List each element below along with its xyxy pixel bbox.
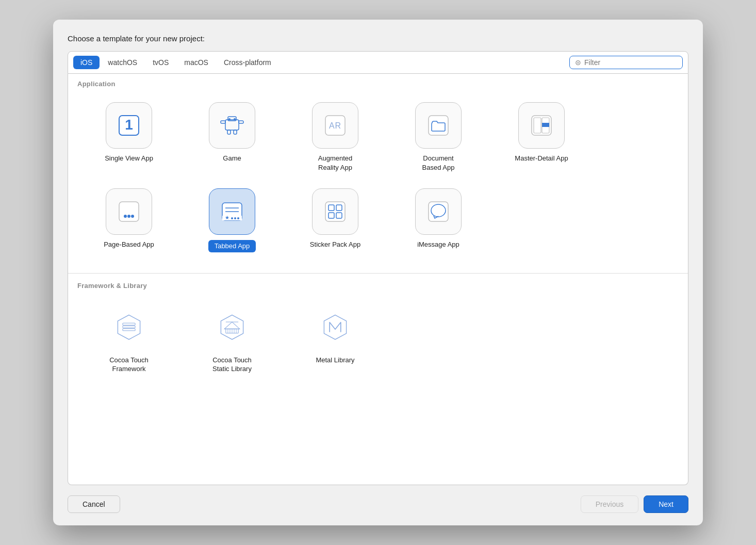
svg-point-27 (231, 217, 233, 219)
template-cocoa-touch-static-library[interactable]: Cocoa TouchStatic Library (180, 298, 284, 380)
nav-buttons: Previous Next (581, 495, 688, 513)
svg-rect-8 (221, 121, 225, 123)
framework-grid: Cocoa TouchFramework (68, 294, 688, 392)
svg-text:★: ★ (225, 215, 229, 220)
game-label: Game (223, 154, 241, 163)
document-app-label: DocumentBased App (422, 154, 455, 172)
svg-rect-9 (239, 121, 243, 123)
tabbed-app-icon: ★ (209, 188, 255, 235)
svg-rect-17 (119, 202, 139, 221)
cocoa-touch-framework-icon (106, 304, 152, 350)
svg-point-18 (124, 215, 127, 218)
single-view-app-icon: 1 (106, 102, 152, 149)
cocoa-touch-static-library-label: Cocoa TouchStatic Library (212, 356, 252, 374)
svg-point-29 (237, 217, 239, 219)
filter-input[interactable] (584, 58, 677, 67)
page-based-app-icon (106, 188, 152, 235)
template-page-based-app[interactable]: Page-Based App (77, 182, 180, 259)
svg-point-5 (234, 118, 236, 120)
master-detail-app-icon (518, 102, 565, 149)
tab-watchos[interactable]: watchOS (101, 56, 144, 69)
templates-content: Application 1 Single View App (68, 74, 688, 485)
filter-icon: ⊜ (575, 58, 581, 67)
ar-app-icon: AR (312, 102, 358, 149)
svg-point-28 (234, 217, 236, 219)
template-document-app[interactable]: DocumentBased App (387, 96, 490, 178)
single-view-app-label: Single View App (105, 154, 153, 163)
section-divider (68, 273, 688, 274)
tab-macos[interactable]: macOS (177, 56, 216, 69)
svg-rect-2 (225, 120, 239, 130)
svg-marker-50 (324, 315, 346, 339)
svg-rect-6 (227, 130, 231, 134)
ar-app-label: AugmentedReality App (318, 154, 353, 172)
page-based-app-label: Page-Based App (104, 240, 154, 249)
template-sticker-pack-app[interactable]: Sticker Pack App (284, 182, 387, 259)
svg-marker-41 (221, 315, 243, 339)
imessage-app-icon (415, 188, 462, 235)
tab-ios[interactable]: iOS (73, 56, 100, 69)
template-tabbed-app[interactable]: ★ Tabbed App (180, 182, 284, 259)
metal-library-icon (312, 304, 358, 350)
master-detail-app-label: Master-Detail App (515, 154, 568, 163)
template-ar-app[interactable]: AR AugmentedReality App (284, 96, 387, 178)
cancel-button[interactable]: Cancel (68, 495, 120, 513)
sticker-pack-app-label: Sticker Pack App (310, 240, 360, 249)
dialog-footer: Cancel Previous Next (68, 495, 688, 513)
section-header-application: Application (68, 74, 688, 92)
application-grid: 1 Single View App (68, 92, 688, 271)
svg-marker-48 (224, 322, 240, 329)
cocoa-touch-framework-label: Cocoa TouchFramework (109, 356, 149, 374)
section-header-framework: Framework & Library (68, 276, 688, 294)
dialog-title: Choose a template for your new project: (68, 34, 688, 43)
filter-container: ⊜ (569, 56, 683, 69)
svg-rect-30 (325, 202, 345, 221)
platform-tabs: iOS watchOS tvOS macOS Cross-platform (73, 56, 278, 69)
template-single-view-app[interactable]: 1 Single View App (77, 96, 180, 178)
tabs-bar: iOS watchOS tvOS macOS Cross-platform ⊜ (68, 51, 688, 74)
svg-rect-16 (542, 123, 549, 127)
next-button[interactable]: Next (644, 495, 688, 513)
svg-text:1: 1 (125, 117, 133, 133)
document-app-icon (415, 102, 462, 149)
cocoa-touch-static-library-icon (209, 304, 255, 350)
template-cocoa-touch-framework[interactable]: Cocoa TouchFramework (77, 298, 180, 380)
tabbed-app-label: Tabbed App (208, 240, 256, 252)
game-icon (209, 102, 255, 149)
svg-rect-38 (123, 323, 135, 325)
svg-rect-39 (123, 326, 135, 328)
imessage-app-label: iMessage App (417, 240, 459, 249)
template-imessage-app[interactable]: iMessage App (387, 182, 490, 259)
tab-cross-platform[interactable]: Cross-platform (217, 56, 278, 69)
sticker-pack-app-icon (312, 188, 358, 235)
previous-button: Previous (581, 495, 638, 513)
template-master-detail-app[interactable]: Master-Detail App (490, 96, 593, 178)
svg-text:AR: AR (329, 121, 341, 130)
svg-marker-37 (118, 315, 140, 339)
svg-rect-40 (123, 328, 135, 330)
svg-point-19 (127, 215, 130, 218)
svg-point-20 (131, 215, 134, 218)
template-metal-library[interactable]: Metal Library (284, 298, 387, 380)
metal-library-label: Metal Library (316, 356, 354, 365)
template-game[interactable]: Game (180, 96, 284, 178)
svg-rect-14 (534, 118, 541, 133)
tab-tvos[interactable]: tvOS (145, 56, 176, 69)
svg-point-4 (228, 118, 231, 120)
svg-rect-7 (234, 130, 237, 134)
new-project-dialog: Choose a template for your new project: … (53, 20, 703, 525)
